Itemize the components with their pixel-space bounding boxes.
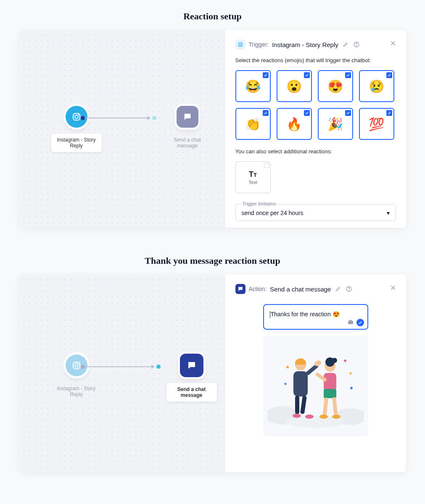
- check-icon: [345, 72, 351, 78]
- instagram-icon: [71, 360, 82, 370]
- flow-connector-line: [85, 366, 152, 367]
- close-icon[interactable]: [389, 284, 397, 291]
- svg-rect-34: [332, 397, 338, 415]
- check-icon: [263, 110, 269, 116]
- flow-node-trigger[interactable]: Instagram - Story Reply: [51, 106, 102, 152]
- instagram-icon: [71, 112, 82, 122]
- check-icon: [263, 72, 269, 78]
- chat-icon: [183, 112, 192, 121]
- flow-connector-start-dot: [81, 116, 85, 120]
- flow-node-action[interactable]: Send a chat message: [166, 354, 217, 402]
- flow-connector-arrow-icon: [146, 115, 152, 121]
- svg-point-2: [78, 114, 79, 116]
- svg-point-36: [332, 415, 341, 419]
- reaction-board: Instagram - Story Reply Send a chat mess…: [19, 30, 406, 228]
- svg-point-9: [78, 363, 79, 364]
- message-text-value: Thanks for the reaction 😍: [271, 311, 340, 318]
- trigger-limitation-field[interactable]: Trigger limitation send once per 24 hour…: [235, 204, 396, 221]
- svg-rect-29: [324, 389, 336, 398]
- trigger-badge-icon: [235, 39, 245, 50]
- additional-description: You can also select additional reactions…: [235, 148, 396, 155]
- section-title-reaction: Reaction setup: [0, 0, 425, 30]
- check-icon: [386, 72, 392, 78]
- flow-node-trigger[interactable]: Instagram - Story Reply: [51, 354, 102, 401]
- chat-icon: [187, 360, 197, 370]
- reactions-description: Select the reactions (emojis) that will …: [235, 57, 396, 63]
- flow-canvas[interactable]: Instagram - Story Reply Send a chat mess…: [19, 275, 225, 472]
- check-icon: [304, 72, 310, 78]
- svg-rect-13: [349, 320, 351, 321]
- flow-connector-end-dot: [156, 365, 161, 369]
- panel-title-text: Send a chat message: [270, 286, 331, 293]
- flow-connector-arrow-icon: [150, 364, 156, 370]
- svg-point-11: [349, 290, 349, 291]
- section-title-thankyou: Thank you message reaction setup: [0, 244, 425, 275]
- flow-connector-line: [85, 118, 148, 118]
- svg-point-8: [75, 364, 78, 367]
- flow-connector-end-dot: [152, 116, 156, 120]
- emoji-option-wow[interactable]: 😮: [277, 70, 312, 102]
- emoji-option-party[interactable]: 🎉: [318, 108, 353, 140]
- svg-rect-33: [322, 397, 328, 415]
- flow-node-action-label: Send a chat message: [166, 383, 217, 402]
- chevron-down-icon: ▾: [387, 210, 390, 216]
- highfive-illustration: [267, 342, 364, 430]
- svg-point-25: [305, 415, 314, 419]
- svg-point-4: [239, 44, 241, 45]
- svg-point-1: [75, 115, 78, 118]
- flow-node-action[interactable]: Send a chat message: [162, 106, 213, 152]
- flow-connector-start-dot: [81, 365, 85, 369]
- emoji-option-sad[interactable]: 😢: [359, 70, 394, 102]
- panel-type-label: Trigger:: [249, 41, 269, 48]
- edit-icon[interactable]: [342, 41, 349, 48]
- trigger-panel: Trigger: Instagram - Story Reply Select …: [225, 30, 406, 228]
- text-type-icon: TT: [249, 170, 257, 179]
- flow-node-action-label: Send a chat message: [162, 134, 213, 152]
- action-panel: Action: Send a chat message Thanks for t…: [225, 275, 406, 472]
- emoji-option-clap[interactable]: 👏: [235, 108, 271, 140]
- emoji-option-hundred[interactable]: 💯: [359, 108, 394, 140]
- help-icon[interactable]: [345, 285, 353, 293]
- svg-point-32: [332, 358, 337, 363]
- trigger-limitation-value: send once per 24 hours: [242, 210, 304, 216]
- svg-point-24: [293, 414, 301, 418]
- help-icon[interactable]: [353, 41, 360, 48]
- check-icon: [304, 110, 310, 116]
- svg-rect-12: [348, 321, 353, 324]
- trigger-limitation-label: Trigger limitation: [241, 201, 278, 206]
- flow-canvas[interactable]: Instagram - Story Reply Send a chat mess…: [19, 30, 225, 228]
- svg-rect-22: [295, 396, 299, 414]
- flow-node-trigger-label: Instagram - Story Reply: [51, 134, 102, 152]
- svg-rect-28: [324, 373, 336, 391]
- attachment-icon[interactable]: [347, 319, 355, 326]
- panel-type-label: Action:: [249, 286, 267, 292]
- emoji-option-fire[interactable]: 🔥: [277, 108, 312, 140]
- message-attachment-image[interactable]: [263, 336, 368, 436]
- svg-point-6: [356, 46, 356, 46]
- svg-point-38: [314, 361, 319, 366]
- panel-title-text: Instagram - Story Reply: [272, 41, 338, 48]
- emoji-option-laugh[interactable]: 😂: [235, 70, 271, 102]
- emoji-option-love[interactable]: 😍: [318, 70, 353, 102]
- emoji-grid: 😂 😮 😍 😢 👏 🔥 🎉 💯: [235, 70, 396, 140]
- svg-rect-3: [238, 42, 242, 46]
- edit-icon[interactable]: [334, 285, 342, 293]
- check-icon: [386, 110, 392, 116]
- additional-option-text[interactable]: TT Text: [235, 161, 271, 193]
- svg-point-17: [286, 366, 289, 368]
- action-badge-icon: [235, 284, 245, 294]
- check-icon: [345, 110, 351, 116]
- close-icon[interactable]: [389, 39, 397, 47]
- text-cursor: [270, 311, 270, 318]
- svg-rect-23: [300, 396, 306, 415]
- unchecked-box-icon: [264, 163, 269, 168]
- flow-node-trigger-label: Instagram - Story Reply: [51, 382, 102, 401]
- svg-point-19: [350, 387, 353, 389]
- svg-rect-20: [293, 371, 308, 396]
- additional-option-label: Text: [248, 180, 257, 185]
- svg-point-35: [319, 415, 328, 419]
- message-text-input[interactable]: Thanks for the reaction 😍: [263, 304, 368, 330]
- svg-point-18: [344, 360, 346, 362]
- thankyou-board: Instagram - Story Reply Send a chat mess…: [19, 275, 406, 472]
- confirm-badge-icon[interactable]: [356, 319, 364, 326]
